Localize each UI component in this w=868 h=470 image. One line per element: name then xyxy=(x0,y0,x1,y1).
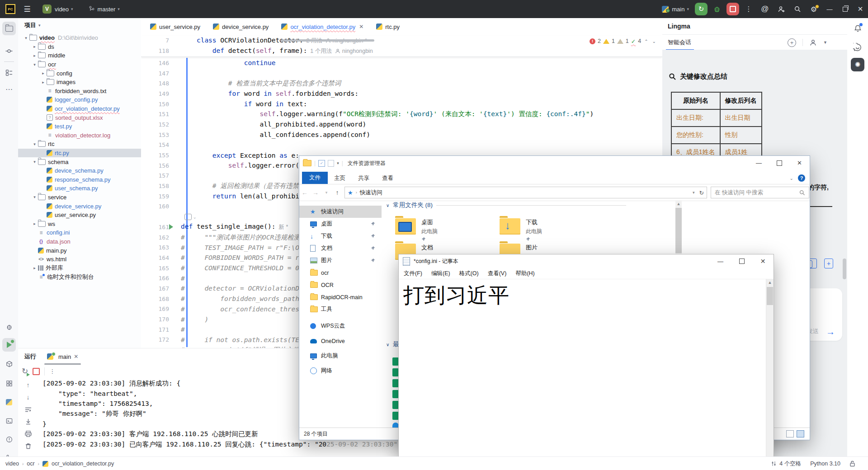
print-icon[interactable] xyxy=(24,430,32,438)
tree-item-外部库[interactable]: ▸外部库 xyxy=(18,263,141,273)
scroll-thumb[interactable] xyxy=(675,208,682,253)
tree-item-images[interactable]: ▸images xyxy=(18,78,141,87)
breadcrumb-item[interactable]: video xyxy=(5,461,19,467)
project-widget[interactable]: V video ▾ xyxy=(42,5,78,14)
notepad-menu-文件(F)[interactable]: 文件(F) xyxy=(400,270,426,277)
tree-toggle-icon[interactable]: ▸ xyxy=(31,44,38,49)
terminal-toolwindow-icon[interactable] xyxy=(2,414,16,428)
tree-item-ocr[interactable]: ▾ocr xyxy=(18,60,141,69)
notifications-bell-icon[interactable] xyxy=(851,22,864,35)
problems-toolwindow-icon[interactable] xyxy=(2,432,16,446)
sidebar-item-OneDrive[interactable]: OneDrive xyxy=(299,335,382,347)
tree-item-ds[interactable]: ▸ds xyxy=(18,42,141,52)
sidebar-item-ocr[interactable]: ocr xyxy=(299,267,382,279)
restore-button[interactable] xyxy=(837,0,853,18)
tree-item-device_service.py[interactable]: device_service.py xyxy=(18,202,141,211)
tree-item-ws.html[interactable]: <>ws.html xyxy=(18,255,141,264)
help-icon[interactable]: ? xyxy=(798,174,805,182)
folder-tile-桌面[interactable]: 桌面此电脑 xyxy=(395,218,438,242)
tree-item-main.py[interactable]: main.py xyxy=(18,246,141,255)
scroll-to-end-icon[interactable] xyxy=(24,418,32,426)
ribbon-tab-文件[interactable]: 文件 xyxy=(302,172,328,184)
editor-tab-ocr_violation_detector.py[interactable]: ocr_violation_detector.py✕ xyxy=(275,18,370,35)
tree-item-device_schema.py[interactable]: device_schema.py xyxy=(18,166,141,175)
settings-gear-icon[interactable]: ⚙ xyxy=(807,3,820,15)
group-frequent-folders[interactable]: ∨常用文件夹 (8) xyxy=(386,201,626,209)
add-user-icon[interactable] xyxy=(775,3,788,15)
project-toolwindow-icon[interactable] xyxy=(2,22,16,35)
structure-toolwindow-icon[interactable] xyxy=(2,66,16,80)
soft-wrap-icon[interactable] xyxy=(24,405,32,414)
down-stacktrace-icon[interactable]: ↓ xyxy=(24,393,32,401)
explorer-minimize-button[interactable]: — xyxy=(749,156,769,170)
clear-console-icon[interactable] xyxy=(24,442,32,450)
tree-item-config.ini[interactable]: ≡config.ini xyxy=(18,228,141,237)
more-options-icon[interactable]: ⋮ xyxy=(49,368,55,375)
tree-toggle-icon[interactable]: ▸ xyxy=(31,266,38,270)
sidebar-item-文档[interactable]: 文档 xyxy=(299,242,382,254)
tree-item-rtc.py[interactable]: rtc.py xyxy=(18,149,141,158)
thumbnail-view-icon[interactable] xyxy=(797,430,804,437)
project-panel-header[interactable]: 项目▾ xyxy=(18,18,141,33)
tree-item-video[interactable]: ▾videoD:\Git\bin\video xyxy=(18,33,141,42)
notepad-menu-查看(V)[interactable]: 查看(V) xyxy=(484,270,511,277)
qat-newfolder-icon[interactable] xyxy=(328,160,334,167)
tree-item-logger_config.py[interactable]: logger_config.py xyxy=(18,95,141,104)
lock-icon[interactable] xyxy=(849,461,855,467)
explorer-close-button[interactable]: ✕ xyxy=(789,156,810,170)
account-icon[interactable] xyxy=(809,39,817,47)
tree-item-service[interactable]: ▾service xyxy=(18,193,141,202)
tree-item-response_schema.py[interactable]: response_schema.py xyxy=(18,175,141,184)
ribbon-tab-查看[interactable]: 查看 xyxy=(376,173,400,184)
breadcrumb-item[interactable]: ocr_violation_detector.py xyxy=(52,461,114,467)
tree-item-forbidden_words.txt[interactable]: ≡forbidden_words.txt xyxy=(18,87,141,96)
ai-assistant-icon[interactable]: @ xyxy=(759,3,771,15)
close-button[interactable]: ✕ xyxy=(853,0,868,18)
recent-locations-icon[interactable]: ▾ xyxy=(321,190,332,195)
notepad-minimize-button[interactable]: — xyxy=(710,254,731,268)
notepad-menu-帮助(H)[interactable]: 帮助(H) xyxy=(511,270,538,277)
sidebar-item-图片[interactable]: 图片 xyxy=(299,254,382,267)
notepad-menu-格式(O)[interactable]: 格式(O) xyxy=(455,270,483,277)
refresh-icon[interactable]: ↻ xyxy=(699,189,704,196)
lingma-toolwindow-icon-selected[interactable]: ✺ xyxy=(851,58,864,71)
chevron-down-icon[interactable]: ▼ xyxy=(823,40,827,45)
main-menu-icon[interactable]: ☰ xyxy=(21,3,33,15)
tree-item-config[interactable]: ▸config xyxy=(18,69,141,78)
sidebar-item-此电脑[interactable]: 此电脑 xyxy=(299,350,382,362)
scroll-thumb[interactable] xyxy=(767,287,773,305)
tree-toggle-icon[interactable]: ▸ xyxy=(31,221,38,226)
back-icon[interactable]: ← xyxy=(299,189,310,196)
editor-tab-rtc.py[interactable]: rtc.py xyxy=(370,18,406,35)
more-toolwindows-icon[interactable]: ⋯ xyxy=(2,82,16,96)
tree-toggle-icon[interactable]: ▸ xyxy=(40,80,47,85)
close-icon[interactable]: ✕ xyxy=(74,353,78,360)
tree-item-test.py[interactable]: test.py xyxy=(18,122,141,131)
debug-button[interactable] xyxy=(711,3,723,15)
ribbon-collapse-icon[interactable]: ⌄ xyxy=(790,176,793,181)
sidebar-item-下载[interactable]: ↓下载 xyxy=(299,230,382,242)
tree-item-violation_detector.log[interactable]: ≡violation_detector.log xyxy=(18,131,141,140)
address-dropdown-icon[interactable]: ▾ xyxy=(693,190,695,195)
lingma-scrollbar[interactable] xyxy=(843,258,846,279)
debug-toolwindow-icon[interactable] xyxy=(2,320,16,334)
qat-properties-icon[interactable]: ✓ xyxy=(318,160,325,167)
ribbon-tab-共享[interactable]: 共享 xyxy=(352,173,376,184)
stop-button[interactable] xyxy=(726,3,739,15)
tree-item-schema[interactable]: ▾schema xyxy=(18,157,141,166)
close-icon[interactable]: ✕ xyxy=(359,24,363,30)
rerun-button[interactable]: ↻ xyxy=(695,3,708,15)
qat-customize-icon[interactable]: ▾ xyxy=(337,161,339,165)
services-toolwindow-icon[interactable] xyxy=(2,376,16,390)
details-view-icon[interactable] xyxy=(786,430,794,437)
inspection-widget[interactable]: !2 1 1 ✓4 ⌃ ⌄ xyxy=(590,37,657,45)
tree-toggle-icon[interactable]: ▾ xyxy=(31,142,38,146)
breadcrumb-item[interactable]: ocr xyxy=(27,461,34,467)
new-chat-icon[interactable]: + xyxy=(788,38,796,47)
run-tab-main[interactable]: main ✕ xyxy=(44,348,81,365)
send-icon[interactable]: → xyxy=(826,327,835,337)
tree-item-data.json[interactable]: {}data.json xyxy=(18,237,141,246)
sidebar-item-OCR[interactable]: OCR xyxy=(299,279,382,291)
insert-icon[interactable]: + xyxy=(824,258,833,268)
up-icon[interactable]: ↑ xyxy=(332,189,343,196)
